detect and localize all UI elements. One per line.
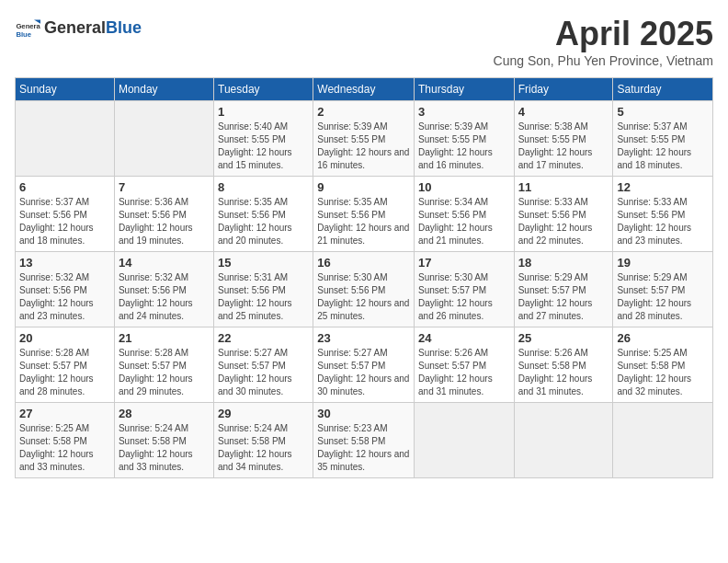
day-info: Sunrise: 5:32 AM Sunset: 5:56 PM Dayligh… <box>19 271 110 323</box>
day-number: 11 <box>518 180 609 194</box>
day-number: 24 <box>418 331 510 345</box>
day-info: Sunrise: 5:37 AM Sunset: 5:55 PM Dayligh… <box>617 121 709 172</box>
day-number: 28 <box>119 407 210 420</box>
day-info: Sunrise: 5:38 AM Sunset: 5:55 PM Dayligh… <box>518 121 609 172</box>
day-number: 8 <box>218 180 309 194</box>
day-info: Sunrise: 5:27 AM Sunset: 5:57 PM Dayligh… <box>218 347 309 398</box>
day-number: 7 <box>119 180 210 194</box>
day-info: Sunrise: 5:23 AM Sunset: 5:58 PM Dayligh… <box>317 422 410 474</box>
day-info: Sunrise: 5:35 AM Sunset: 5:56 PM Dayligh… <box>317 196 410 247</box>
weekday-header: Friday <box>514 78 613 101</box>
calendar-cell: 20Sunrise: 5:28 AM Sunset: 5:57 PM Dayli… <box>16 327 115 403</box>
calendar-cell: 26Sunrise: 5:25 AM Sunset: 5:58 PM Dayli… <box>613 327 713 403</box>
day-number: 27 <box>19 407 110 420</box>
day-number: 9 <box>317 180 410 194</box>
calendar-cell: 6Sunrise: 5:37 AM Sunset: 5:56 PM Daylig… <box>16 177 115 252</box>
calendar-cell: 23Sunrise: 5:27 AM Sunset: 5:57 PM Dayli… <box>313 327 415 403</box>
day-number: 2 <box>317 105 410 119</box>
day-number: 30 <box>317 407 410 420</box>
calendar-cell: 29Sunrise: 5:24 AM Sunset: 5:58 PM Dayli… <box>214 403 313 478</box>
weekday-header: Monday <box>114 78 213 101</box>
day-info: Sunrise: 5:39 AM Sunset: 5:55 PM Dayligh… <box>418 121 510 172</box>
day-info: Sunrise: 5:35 AM Sunset: 5:56 PM Dayligh… <box>218 196 309 247</box>
weekday-header: Sunday <box>16 78 115 101</box>
day-number: 20 <box>19 331 110 345</box>
day-number: 25 <box>518 331 609 345</box>
day-info: Sunrise: 5:36 AM Sunset: 5:56 PM Dayligh… <box>119 196 210 247</box>
calendar-cell: 1Sunrise: 5:40 AM Sunset: 5:55 PM Daylig… <box>214 101 313 177</box>
calendar-cell: 16Sunrise: 5:30 AM Sunset: 5:56 PM Dayli… <box>313 252 415 327</box>
calendar-table: SundayMondayTuesdayWednesdayThursdayFrid… <box>15 77 713 478</box>
day-info: Sunrise: 5:28 AM Sunset: 5:57 PM Dayligh… <box>19 347 110 398</box>
day-number: 17 <box>418 256 510 270</box>
day-number: 21 <box>119 331 210 345</box>
calendar-cell: 13Sunrise: 5:32 AM Sunset: 5:56 PM Dayli… <box>16 252 115 327</box>
logo-general: General <box>44 18 106 37</box>
calendar-cell: 25Sunrise: 5:26 AM Sunset: 5:58 PM Dayli… <box>514 327 613 403</box>
calendar-week-row: 6Sunrise: 5:37 AM Sunset: 5:56 PM Daylig… <box>16 177 713 252</box>
weekday-header: Thursday <box>415 78 515 101</box>
day-number: 14 <box>119 256 210 270</box>
calendar-cell <box>514 403 613 478</box>
calendar-cell: 12Sunrise: 5:33 AM Sunset: 5:56 PM Dayli… <box>613 177 713 252</box>
calendar-cell: 27Sunrise: 5:25 AM Sunset: 5:58 PM Dayli… <box>16 403 115 478</box>
day-info: Sunrise: 5:37 AM Sunset: 5:56 PM Dayligh… <box>19 196 110 247</box>
day-number: 22 <box>218 331 309 345</box>
day-number: 4 <box>518 105 609 119</box>
calendar-cell: 4Sunrise: 5:38 AM Sunset: 5:55 PM Daylig… <box>514 101 613 177</box>
calendar-cell: 21Sunrise: 5:28 AM Sunset: 5:57 PM Dayli… <box>114 327 213 403</box>
calendar-cell <box>613 403 713 478</box>
calendar-week-row: 13Sunrise: 5:32 AM Sunset: 5:56 PM Dayli… <box>16 252 713 327</box>
calendar-cell <box>114 101 213 177</box>
calendar-cell: 7Sunrise: 5:36 AM Sunset: 5:56 PM Daylig… <box>114 177 213 252</box>
day-info: Sunrise: 5:34 AM Sunset: 5:56 PM Dayligh… <box>418 196 510 247</box>
logo-blue: Blue <box>106 18 142 37</box>
day-number: 29 <box>218 407 309 420</box>
day-info: Sunrise: 5:29 AM Sunset: 5:57 PM Dayligh… <box>518 271 609 323</box>
calendar-cell: 11Sunrise: 5:33 AM Sunset: 5:56 PM Dayli… <box>514 177 613 252</box>
day-number: 1 <box>218 105 309 119</box>
calendar-header-row: SundayMondayTuesdayWednesdayThursdayFrid… <box>16 78 713 101</box>
calendar-week-row: 27Sunrise: 5:25 AM Sunset: 5:58 PM Dayli… <box>16 403 713 478</box>
title-area: April 2025 Cung Son, Phu Yen Province, V… <box>494 15 713 68</box>
day-number: 26 <box>617 331 709 345</box>
day-info: Sunrise: 5:30 AM Sunset: 5:56 PM Dayligh… <box>317 271 410 323</box>
svg-text:General: General <box>16 22 40 30</box>
day-info: Sunrise: 5:26 AM Sunset: 5:57 PM Dayligh… <box>418 347 510 398</box>
calendar-cell: 30Sunrise: 5:23 AM Sunset: 5:58 PM Dayli… <box>313 403 415 478</box>
day-number: 5 <box>617 105 709 119</box>
calendar-cell: 24Sunrise: 5:26 AM Sunset: 5:57 PM Dayli… <box>415 327 515 403</box>
calendar-cell: 15Sunrise: 5:31 AM Sunset: 5:56 PM Dayli… <box>214 252 313 327</box>
day-info: Sunrise: 5:26 AM Sunset: 5:58 PM Dayligh… <box>518 347 609 398</box>
day-number: 6 <box>19 180 110 194</box>
weekday-header: Tuesday <box>214 78 313 101</box>
day-info: Sunrise: 5:28 AM Sunset: 5:57 PM Dayligh… <box>119 347 210 398</box>
day-number: 13 <box>19 256 110 270</box>
day-number: 10 <box>418 180 510 194</box>
day-info: Sunrise: 5:25 AM Sunset: 5:58 PM Dayligh… <box>617 347 709 398</box>
day-number: 12 <box>617 180 709 194</box>
calendar-cell: 3Sunrise: 5:39 AM Sunset: 5:55 PM Daylig… <box>415 101 515 177</box>
calendar-cell: 9Sunrise: 5:35 AM Sunset: 5:56 PM Daylig… <box>313 177 415 252</box>
logo-icon: General Blue <box>15 15 40 40</box>
day-info: Sunrise: 5:33 AM Sunset: 5:56 PM Dayligh… <box>617 196 709 247</box>
day-info: Sunrise: 5:24 AM Sunset: 5:58 PM Dayligh… <box>218 422 309 474</box>
day-number: 19 <box>617 256 709 270</box>
day-info: Sunrise: 5:32 AM Sunset: 5:56 PM Dayligh… <box>119 271 210 323</box>
day-info: Sunrise: 5:40 AM Sunset: 5:55 PM Dayligh… <box>218 121 309 172</box>
calendar-week-row: 20Sunrise: 5:28 AM Sunset: 5:57 PM Dayli… <box>16 327 713 403</box>
day-info: Sunrise: 5:39 AM Sunset: 5:55 PM Dayligh… <box>317 121 410 172</box>
day-number: 3 <box>418 105 510 119</box>
weekday-header: Saturday <box>613 78 713 101</box>
day-number: 18 <box>518 256 609 270</box>
weekday-header: Wednesday <box>313 78 415 101</box>
calendar-cell: 19Sunrise: 5:29 AM Sunset: 5:57 PM Dayli… <box>613 252 713 327</box>
calendar-cell: 28Sunrise: 5:24 AM Sunset: 5:58 PM Dayli… <box>114 403 213 478</box>
page-header: General Blue GeneralBlue April 2025 Cung… <box>15 15 713 68</box>
day-info: Sunrise: 5:24 AM Sunset: 5:58 PM Dayligh… <box>119 422 210 474</box>
day-info: Sunrise: 5:27 AM Sunset: 5:57 PM Dayligh… <box>317 347 410 398</box>
day-number: 16 <box>317 256 410 270</box>
day-info: Sunrise: 5:31 AM Sunset: 5:56 PM Dayligh… <box>218 271 309 323</box>
calendar-cell: 10Sunrise: 5:34 AM Sunset: 5:56 PM Dayli… <box>415 177 515 252</box>
logo: General Blue GeneralBlue <box>15 15 142 40</box>
